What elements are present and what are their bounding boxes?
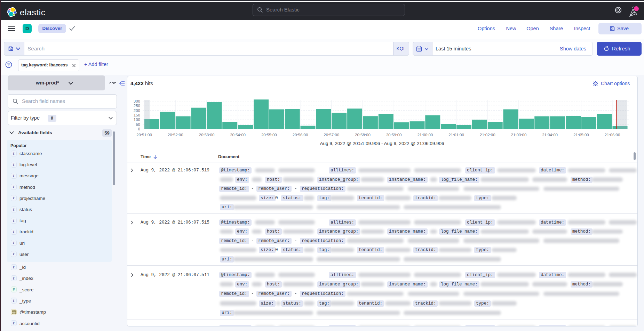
svg-text:20:55:00: 20:55:00 — [261, 133, 277, 137]
svg-text:300: 300 — [134, 99, 140, 103]
svg-text:20:58:00: 20:58:00 — [355, 133, 371, 137]
svg-text:20:54:00: 20:54:00 — [230, 133, 246, 137]
svg-text:21:05:00: 21:05:00 — [573, 133, 589, 137]
svg-text:21:02:00: 21:02:00 — [480, 133, 495, 137]
svg-text:21:03:00: 21:03:00 — [511, 133, 527, 137]
svg-text:100: 100 — [134, 118, 140, 122]
svg-text:20:52:00: 20:52:00 — [168, 133, 183, 137]
svg-text:20:56:00: 20:56:00 — [293, 133, 308, 137]
svg-text:250: 250 — [134, 104, 140, 108]
svg-text:21:04:00: 21:04:00 — [542, 133, 558, 137]
svg-text:50: 50 — [136, 122, 140, 127]
svg-text:20:51:00: 20:51:00 — [136, 133, 152, 137]
svg-text:20:59:00: 20:59:00 — [386, 133, 402, 137]
svg-text:21:01:00: 21:01:00 — [448, 133, 464, 137]
svg-text:21:00:00: 21:00:00 — [417, 133, 433, 137]
svg-text:20:53:00: 20:53:00 — [199, 133, 215, 137]
svg-text:20:57:00: 20:57:00 — [324, 133, 339, 137]
svg-text:0: 0 — [138, 127, 140, 131]
svg-text:150: 150 — [134, 113, 140, 117]
svg-text:21:06:00: 21:06:00 — [605, 133, 620, 137]
svg-text:200: 200 — [134, 108, 140, 113]
